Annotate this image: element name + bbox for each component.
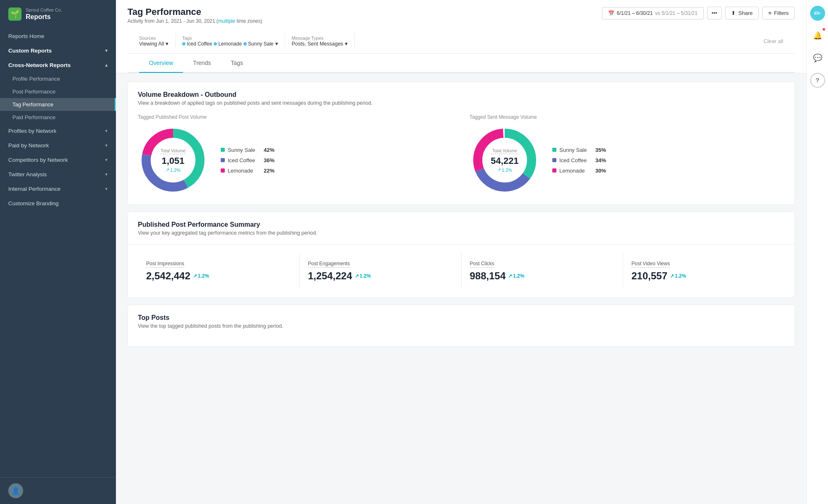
sidebar-item-custom-reports[interactable]: Custom Reports ▾: [0, 43, 116, 58]
legend-item-iced-coffee-right: Iced Coffee 34%: [552, 157, 606, 163]
metric-clicks-label: Post Clicks: [470, 261, 494, 268]
left-chart-legend: Sunny Sale 42% Iced Coffee 36%: [221, 147, 274, 174]
post-performance-card: Published Post Performance Summary View …: [128, 211, 795, 298]
metric-engagements: Post Engagements 1,254,224 ↗ 1.2%: [300, 253, 462, 288]
main-content: Tag Performance Activity from Jun 1, 202…: [116, 0, 806, 504]
metric-impressions-trend: ↗ 1.2%: [193, 273, 209, 279]
sidebar-header: 🌱 Sprout Coffee Co. Reports: [0, 0, 116, 26]
sidebar-item-competitors-by-network[interactable]: Competitors by Network ▾: [0, 153, 116, 167]
sidebar-footer: 👤: [0, 477, 116, 504]
legend-item-lemonade-right: Lemonade 30%: [552, 168, 606, 174]
header-actions: 📅 6/1/21 – 6/30/21 vs 5/1/21 – 5/31/21 •…: [602, 7, 795, 19]
message-types-label: Message Types: [292, 36, 348, 41]
message-types-value: Posts, Sent Messages ▾: [292, 41, 348, 47]
legend-item-lemonade-left: Lemonade 22%: [221, 168, 274, 174]
post-performance-subtitle: View your key aggregated tag performance…: [138, 230, 785, 236]
tag-sunny-sale: Sunny Sale: [243, 41, 273, 47]
tag-lemonade: Lemonade: [214, 41, 242, 47]
content-area: Volume Breakdown - Outbound View a break…: [116, 73, 806, 504]
sidebar-item-customize-branding[interactable]: Customize Branding: [0, 196, 116, 211]
top-posts-title: Top Posts: [138, 314, 785, 322]
right-donut-center: Total Volume 54,221 ↗1.2%: [491, 148, 518, 173]
tabs: Overview Trends Tags: [128, 54, 795, 73]
message-types-filter[interactable]: Message Types Posts, Sent Messages ▾: [292, 33, 355, 49]
sidebar-item-paid-by-network[interactable]: Paid by Network ▾: [0, 138, 116, 153]
metric-video-views-value: 210,557 ↗ 1.2%: [631, 270, 776, 282]
sidebar-item-reports-home[interactable]: Reports Home: [0, 29, 116, 43]
sidebar-item-profiles-by-network[interactable]: Profiles by Network ▾: [0, 124, 116, 138]
avatar: 👤: [8, 483, 23, 498]
more-button[interactable]: •••: [707, 7, 722, 19]
volume-breakdown-title: Volume Breakdown - Outbound: [138, 91, 785, 98]
sidebar-item-cross-network[interactable]: Cross-Network Reports ▴: [0, 58, 116, 72]
right-chart-section: Tagged Sent Message Volume: [469, 114, 785, 195]
filter-icon: ≡: [768, 10, 772, 16]
metric-clicks-value: 988,154 ↗ 1.2%: [470, 270, 615, 282]
top-posts-card: Top Posts View the top tagged published …: [128, 305, 795, 347]
company-name: Sprout Coffee Co. Reports: [26, 7, 62, 21]
sidebar-item-profile-performance[interactable]: Profile Performance: [0, 72, 116, 85]
multiple-timezones-link[interactable]: multiple: [218, 18, 235, 24]
metric-engagements-trend: ↗ 1.2%: [355, 273, 371, 279]
metric-impressions-value: 2,542,442 ↗ 1.2%: [146, 270, 291, 282]
legend-dot-iced-coffee-r: [552, 158, 556, 162]
right-icon-bar: ✏ 🔔 💬 ?: [806, 0, 828, 504]
page-subtitle: Activity from Jun 1, 2021 - Jun 30, 2021…: [128, 18, 262, 24]
help-button[interactable]: ?: [810, 73, 825, 88]
sidebar: 🌱 Sprout Coffee Co. Reports Reports Home…: [0, 0, 116, 504]
chevron-down-icon: ▾: [345, 41, 348, 47]
left-donut-center: Total Volume 1,051 ↗1.2%: [161, 148, 185, 173]
volume-breakdown-card: Volume Breakdown - Outbound View a break…: [128, 82, 795, 205]
notifications-button[interactable]: 🔔: [810, 28, 825, 43]
legend-item-sunny-sale-right: Sunny Sale 35%: [552, 147, 606, 153]
charts-row: Tagged Published Post Volume: [138, 114, 785, 195]
clear-all-button[interactable]: Clear all: [763, 38, 783, 44]
share-icon: ⬆: [731, 10, 736, 16]
metric-video-views: Post Video Views 210,557 ↗ 1.2%: [623, 253, 785, 288]
sidebar-item-twitter-analysis[interactable]: Twitter Analysis ▾: [0, 167, 116, 182]
page-header: Tag Performance Activity from Jun 1, 202…: [116, 0, 806, 73]
legend-dot-lemonade: [221, 168, 225, 173]
messages-button[interactable]: 💬: [810, 50, 825, 65]
sources-value: Viewing All ▾: [139, 41, 168, 47]
right-donut-label: Total Volume: [491, 148, 518, 154]
sidebar-nav: Reports Home Custom Reports ▾ Cross-Netw…: [0, 26, 116, 477]
app-logo: 🌱: [8, 7, 22, 21]
sidebar-item-internal-performance[interactable]: Internal Performance ▾: [0, 182, 116, 196]
sidebar-item-post-performance[interactable]: Post Performance: [0, 85, 116, 98]
chevron-down-icon: ▾: [105, 186, 108, 192]
right-donut-wrapper: Total Volume 54,221 ↗1.2%: [469, 125, 540, 195]
more-icon: •••: [712, 10, 717, 16]
metric-video-views-trend: ↗ 1.2%: [670, 273, 686, 279]
tags-value: Iced Coffee Lemonade Sunny Sale ▾: [182, 41, 278, 47]
chevron-down-icon: ▾: [275, 41, 278, 47]
sidebar-item-tag-performance[interactable]: Tag Performance: [0, 98, 116, 111]
right-chart-container: Total Volume 54,221 ↗1.2%: [469, 125, 785, 195]
left-chart-container: Total Volume 1,051 ↗1.2%: [138, 125, 453, 195]
metric-engagements-value: 1,254,224 ↗ 1.2%: [308, 270, 453, 282]
metric-video-views-label: Post Video Views: [631, 261, 670, 268]
chevron-down-icon: ▾: [105, 157, 108, 163]
metrics-row: Post Impressions 2,542,442 ↗ 1.2% Post E…: [138, 253, 785, 288]
share-button[interactable]: ⬆ Share: [725, 7, 759, 19]
legend-dot-sunny-sale: [221, 148, 225, 152]
tags-filter[interactable]: Tags Iced Coffee Lemonade Sunny Sale ▾: [182, 33, 285, 49]
left-chart-label: Tagged Published Post Volume: [138, 114, 453, 120]
metric-clicks-trend: ↗ 1.2%: [508, 273, 524, 279]
filters-button[interactable]: ≡ Filters: [762, 7, 795, 19]
right-chart-label: Tagged Sent Message Volume: [469, 114, 785, 120]
sidebar-item-paid-performance[interactable]: Paid Performance: [0, 111, 116, 124]
tab-trends[interactable]: Trends: [183, 54, 221, 73]
sources-filter[interactable]: Sources Viewing All ▾: [139, 33, 176, 49]
tags-label: Tags: [182, 36, 278, 41]
filters-bar: Sources Viewing All ▾ Tags Iced Coffee L…: [128, 29, 795, 54]
legend-dot-iced-coffee: [221, 158, 225, 162]
tab-tags[interactable]: Tags: [221, 54, 253, 73]
compose-button[interactable]: ✏: [810, 6, 825, 21]
tab-overview[interactable]: Overview: [139, 54, 183, 73]
tag-iced-coffee: Iced Coffee: [182, 41, 212, 47]
left-donut-wrapper: Total Volume 1,051 ↗1.2%: [138, 125, 208, 195]
left-chart-section: Tagged Published Post Volume: [138, 114, 453, 195]
date-range-button[interactable]: 📅 6/1/21 – 6/30/21 vs 5/1/21 – 5/31/21: [602, 7, 704, 19]
chevron-down-icon: ▾: [105, 128, 108, 134]
